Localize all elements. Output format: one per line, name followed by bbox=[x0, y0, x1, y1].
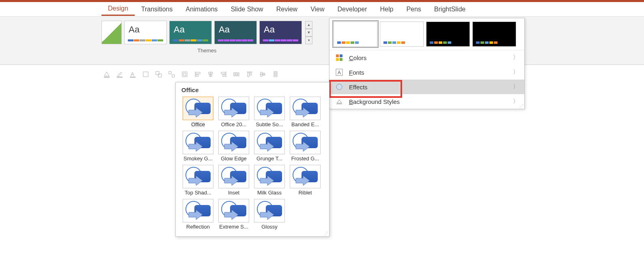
tab-slideshow[interactable]: Slide Show bbox=[224, 3, 270, 15]
effect-preview-icon bbox=[218, 199, 249, 222]
align-center-button[interactable] bbox=[206, 70, 215, 79]
effect-item[interactable]: Extreme S... bbox=[217, 199, 250, 230]
align-left-button[interactable] bbox=[193, 70, 202, 79]
tab-design[interactable]: Design bbox=[101, 2, 135, 16]
effect-item[interactable]: Grunge T... bbox=[253, 131, 286, 162]
effect-preview-icon bbox=[218, 165, 249, 188]
group-button[interactable] bbox=[154, 70, 163, 79]
crop-button[interactable] bbox=[141, 70, 150, 79]
effect-label: Frosted G... bbox=[291, 155, 319, 162]
effect-item[interactable]: Inset bbox=[217, 165, 250, 196]
effect-item[interactable]: Frosted G... bbox=[289, 131, 322, 162]
chevron-right-icon: 〉 bbox=[513, 54, 519, 61]
menu-colors[interactable]: Colors 〉 bbox=[330, 50, 524, 65]
effect-item[interactable]: Riblet bbox=[289, 165, 322, 196]
svg-rect-21 bbox=[236, 73, 237, 76]
chevron-right-icon: 〉 bbox=[513, 83, 519, 91]
menu-fonts[interactable]: A Fonts 〉 bbox=[330, 65, 524, 80]
svg-rect-13 bbox=[196, 75, 198, 76]
themes-scroll-down[interactable]: ▼ bbox=[305, 29, 312, 37]
menu-fonts-label: Fonts bbox=[349, 69, 364, 76]
resize-handle[interactable]: ⋰ bbox=[324, 231, 327, 235]
theme-thumbnail[interactable] bbox=[101, 21, 122, 44]
svg-rect-22 bbox=[238, 73, 239, 76]
font-color-button[interactable]: A bbox=[128, 70, 137, 79]
tab-transitions[interactable]: Transitions bbox=[135, 3, 179, 15]
svg-rect-34 bbox=[336, 58, 339, 61]
variant-thumbnail[interactable] bbox=[380, 22, 424, 47]
effect-label: Riblet bbox=[298, 190, 312, 196]
tab-help[interactable]: Help bbox=[373, 3, 400, 15]
effect-item[interactable]: Banded E... bbox=[289, 97, 322, 127]
svg-rect-12 bbox=[196, 72, 200, 74]
themes-expand[interactable]: ▾ bbox=[305, 37, 312, 44]
effect-item[interactable]: Smokey G... bbox=[181, 131, 215, 162]
themes-scroll: ▲ ▼ ▾ bbox=[305, 21, 312, 44]
ungroup-button[interactable] bbox=[167, 70, 176, 79]
svg-rect-33 bbox=[340, 54, 342, 57]
align-right-button[interactable] bbox=[219, 70, 228, 79]
menu-background-label: Background Styles bbox=[349, 98, 400, 105]
effect-item[interactable]: Office 20... bbox=[217, 97, 250, 127]
chevron-right-icon: 〉 bbox=[513, 98, 519, 105]
menu-background-styles[interactable]: Background Styles 〉 bbox=[330, 94, 524, 109]
resize-handle[interactable]: ⋰ bbox=[519, 104, 523, 108]
effect-item[interactable]: Office bbox=[181, 97, 215, 127]
effect-preview-icon bbox=[254, 199, 285, 222]
effect-item[interactable]: Milk Glass bbox=[253, 165, 286, 196]
theme-thumbnail[interactable]: Aa bbox=[259, 21, 302, 44]
effect-preview-icon bbox=[218, 131, 249, 154]
effect-preview-icon bbox=[218, 97, 249, 120]
outline-color-button[interactable] bbox=[115, 70, 124, 79]
themes-scroll-up[interactable]: ▲ bbox=[305, 21, 312, 29]
theme-thumbnail[interactable]: Aa bbox=[214, 21, 257, 44]
effect-label: Banded E... bbox=[291, 121, 319, 127]
svg-rect-4 bbox=[143, 72, 148, 77]
svg-rect-24 bbox=[248, 73, 249, 77]
svg-text:A: A bbox=[131, 71, 134, 77]
effect-label: Milk Glass bbox=[257, 190, 282, 196]
effect-item[interactable]: Subtle So... bbox=[253, 97, 286, 127]
themes-group-label: Themes bbox=[198, 47, 217, 54]
effect-label: Inset bbox=[228, 190, 239, 196]
distribute-v-button[interactable] bbox=[271, 70, 280, 79]
svg-rect-0 bbox=[104, 77, 110, 78]
tab-developer[interactable]: Developer bbox=[331, 3, 374, 15]
tab-animations[interactable]: Animations bbox=[179, 3, 224, 15]
effect-label: Office 20... bbox=[221, 121, 247, 127]
svg-rect-7 bbox=[169, 71, 171, 74]
effect-preview-icon bbox=[183, 199, 213, 222]
theme-thumbnail[interactable]: Aa bbox=[124, 21, 167, 44]
menu-effects[interactable]: Effects 〉 bbox=[330, 80, 524, 94]
mini-toolbar: A bbox=[102, 70, 280, 79]
variant-thumbnail[interactable] bbox=[426, 22, 470, 47]
variant-thumbnail[interactable] bbox=[472, 22, 516, 47]
svg-rect-30 bbox=[274, 73, 277, 75]
variant-thumbnail[interactable] bbox=[334, 22, 377, 47]
colors-icon bbox=[335, 54, 343, 62]
tab-review[interactable]: Review bbox=[270, 3, 304, 15]
effect-item[interactable]: Glow Edge bbox=[217, 131, 250, 162]
distribute-h-button[interactable] bbox=[232, 70, 241, 79]
fill-color-button[interactable] bbox=[102, 70, 111, 79]
svg-rect-35 bbox=[340, 58, 342, 61]
variants-row bbox=[330, 18, 524, 50]
tab-view[interactable]: View bbox=[304, 3, 331, 15]
svg-rect-29 bbox=[274, 71, 277, 73]
effect-item[interactable]: Reflection bbox=[181, 199, 215, 230]
align-button[interactable] bbox=[180, 70, 189, 79]
align-top-button[interactable] bbox=[245, 70, 254, 79]
theme-thumbnail[interactable]: Aa bbox=[169, 21, 212, 44]
effect-item[interactable]: Glossy bbox=[253, 199, 286, 230]
effect-preview-icon bbox=[290, 97, 321, 120]
align-middle-button[interactable] bbox=[258, 70, 267, 79]
svg-rect-20 bbox=[234, 73, 235, 76]
effect-preview-icon bbox=[183, 97, 213, 120]
variants-dropdown: Colors 〉 A Fonts 〉 Effects 〉 Background … bbox=[329, 18, 525, 109]
tab-brightslide[interactable]: BrightSlide bbox=[428, 3, 472, 15]
svg-rect-5 bbox=[156, 71, 159, 75]
effect-item[interactable]: Top Shad... bbox=[181, 165, 215, 196]
effect-preview-icon bbox=[254, 97, 285, 120]
tab-pens[interactable]: Pens bbox=[400, 3, 427, 15]
svg-rect-6 bbox=[158, 74, 162, 77]
